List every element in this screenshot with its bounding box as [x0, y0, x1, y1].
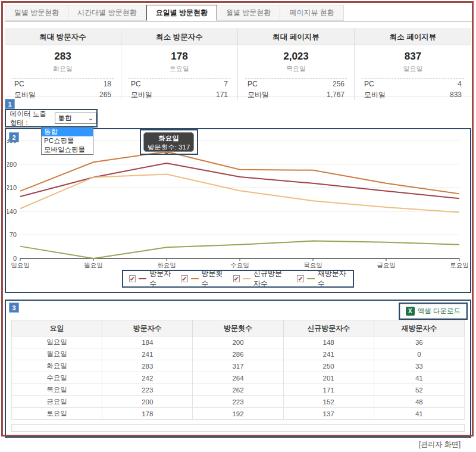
table-cell: 317: [193, 360, 283, 372]
annotation-badge-3: 3: [9, 303, 19, 313]
legend-item-0: ✔방문자수: [129, 269, 173, 289]
summary-mobile-row: 모바일265: [5, 89, 121, 100]
tab-0[interactable]: 일별 방문현황: [5, 5, 68, 21]
summary-card-0: 최대 방문자수283화요일PC18모바일265: [5, 29, 121, 100]
summary-pc-row: PC256: [238, 79, 354, 89]
legend-label: 재방문자수: [318, 269, 347, 289]
table-head: 요일방문자수방문횟수신규방문자수재방문자수: [12, 320, 465, 336]
legend-item-3: ✔재방문자수: [297, 269, 347, 289]
svg-text:금요일: 금요일: [377, 261, 396, 269]
tab-strip: 일별 방문현황시간대별 방문현황요일별 방문현황월별 방문현황페이지뷰 현황: [5, 5, 472, 22]
table-footer-strip: [11, 424, 465, 432]
svg-text:수요일: 수요일: [230, 261, 249, 269]
annotation-badge-2: 2: [9, 132, 19, 142]
tab-2[interactable]: 요일별 방문현황: [146, 5, 217, 21]
table-row: 수요일24226420141: [12, 372, 465, 384]
table-cell: 일요일: [12, 336, 102, 348]
tab-1[interactable]: 시간대별 방문현황: [68, 5, 146, 21]
table-header-cell: 신규방문자수: [283, 320, 374, 336]
table-cell: 52: [374, 384, 464, 396]
svg-text:화요일: 화요일: [157, 261, 176, 269]
table-cell: 184: [102, 336, 193, 348]
legend-checkbox[interactable]: ✔: [233, 275, 240, 282]
table-cell: 171: [283, 384, 374, 396]
legend-label: 방문자수: [149, 269, 173, 289]
legend-line-swatch: [243, 278, 250, 279]
table-row: 금요일20022315248: [12, 396, 465, 408]
table-cell: 262: [193, 384, 283, 396]
summary-card-day: 일요일: [355, 64, 471, 73]
summary-card-value: 283: [5, 51, 121, 63]
summary-card-3: 최소 페이지뷰837일요일PC4모바일833: [355, 29, 471, 100]
summary-card-value: 837: [355, 51, 471, 63]
chart-legend: ✔방문자수✔방문횟수✔신규방문자수✔재방문자수: [122, 270, 354, 288]
table-cell: 41: [374, 372, 464, 384]
legend-label: 방문횟수: [202, 269, 225, 289]
table-cell: 178: [102, 408, 193, 420]
legend-checkbox[interactable]: ✔: [129, 275, 136, 282]
table-cell: 264: [193, 372, 283, 384]
summary-pc-row: PC18: [5, 79, 121, 89]
table-cell: 수요일: [12, 372, 102, 384]
summary-card-title: 최대 방문자수: [5, 29, 121, 45]
svg-text:일요일: 일요일: [11, 261, 30, 269]
svg-text:210: 210: [7, 184, 17, 191]
dropdown-option-2[interactable]: 모바일쇼핑몰: [42, 145, 93, 154]
summary-card-day: 토요일: [121, 64, 237, 73]
table-cell: 241: [283, 348, 374, 360]
table-row: 토요일17819213741: [12, 408, 465, 420]
svg-text:월요일: 월요일: [84, 261, 103, 269]
filter-box: 데이터 노출형태 : 통합 ⌄: [5, 109, 98, 127]
dropdown-option-1[interactable]: PC쇼핑몰: [42, 136, 93, 145]
table-cell: 금요일: [12, 396, 102, 408]
legend-checkbox[interactable]: ✔: [297, 275, 303, 282]
table-cell: 283: [102, 360, 193, 372]
table-cell: 목요일: [12, 384, 102, 396]
summary-card-title: 최소 방문자수: [121, 29, 237, 45]
summary-table: 최대 방문자수283화요일PC18모바일265최소 방문자수178토요일PC7모…: [5, 29, 471, 97]
svg-text:목요일: 목요일: [303, 261, 322, 269]
table-cell: 223: [193, 396, 283, 408]
table-cell: 48: [374, 396, 464, 408]
tab-3[interactable]: 월별 방문현황: [217, 5, 280, 21]
tooltip-annotation-box: 화요일 방문횟수: 317: [140, 129, 198, 155]
summary-card-day: 목요일: [238, 64, 354, 73]
table-header-cell: 방문횟수: [193, 320, 283, 336]
data-type-select[interactable]: 통합 ⌄: [55, 113, 96, 124]
table-cell: 41: [374, 408, 464, 420]
summary-card-value: 2,023: [238, 51, 354, 63]
legend-item-2: ✔신규방문자수: [233, 269, 289, 289]
table-cell: 152: [283, 396, 374, 408]
selected-option-label: 통합: [58, 114, 72, 121]
admin-visit-stats-page: 일별 방문현황시간대별 방문현황요일별 방문현황월별 방문현황페이지뷰 현황 최…: [0, 0, 476, 452]
table-cell: 241: [102, 348, 193, 360]
filter-dropdown-list: 통합PC쇼핑몰모바일쇼핑몰: [41, 127, 93, 155]
table-cell: 200: [193, 336, 283, 348]
summary-card-1: 최소 방문자수178토요일PC7모바일171: [121, 29, 238, 100]
legend-line-swatch: [191, 278, 199, 279]
dropdown-option-0[interactable]: 통합: [42, 127, 93, 136]
excel-download-label: 엑셀 다운로드: [418, 307, 461, 316]
annotation-badge-1: 1: [5, 99, 15, 109]
table-cell: 200: [102, 396, 193, 408]
table-row: 화요일28331725033: [12, 360, 465, 372]
svg-text:140: 140: [7, 208, 17, 215]
chart-tooltip: 화요일 방문횟수: 317: [143, 132, 194, 152]
table-cell: 토요일: [12, 408, 102, 420]
excel-icon: X: [406, 307, 415, 316]
excel-download-button[interactable]: X 엑셀 다운로드: [400, 304, 466, 319]
summary-pc-row: PC7: [121, 79, 237, 89]
table-cell: 36: [374, 336, 464, 348]
table-cell: 33: [374, 360, 464, 372]
table-section: 3 X 엑셀 다운로드 요일방문자수방문횟수신규방문자수재방문자수 일요일184…: [5, 300, 471, 438]
svg-text:280: 280: [7, 161, 17, 168]
tooltip-value: 방문횟수: 317: [144, 143, 193, 152]
table-header-cell: 요일: [12, 320, 102, 336]
table-cell: 192: [193, 408, 283, 420]
tooltip-title: 화요일: [144, 134, 193, 143]
line-chart[interactable]: 070140210280350일요일월요일화요일수요일목요일금요일토요일: [7, 139, 470, 271]
legend-checkbox[interactable]: ✔: [181, 275, 187, 282]
svg-text:70: 70: [10, 231, 17, 238]
tab-4[interactable]: 페이지뷰 현황: [280, 5, 343, 21]
table-cell: 250: [283, 360, 374, 372]
